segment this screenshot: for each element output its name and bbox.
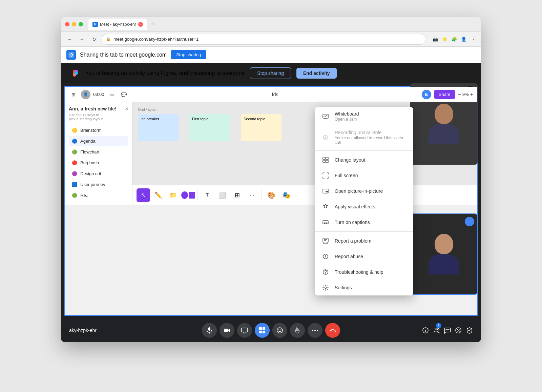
mic-button[interactable] bbox=[202, 323, 217, 338]
layout-item-brainstorm[interactable]: 🟡 Brainstorm bbox=[69, 125, 128, 135]
extensions-toolbar-icon[interactable]: 🧩 bbox=[451, 36, 458, 43]
new-tab-button[interactable]: + bbox=[148, 20, 158, 29]
menu-item-report-problem[interactable]: Report a problem bbox=[315, 233, 413, 249]
menu-item-report-abuse[interactable]: Report abuse bbox=[315, 249, 413, 264]
flowchart-icon: 🟢 bbox=[71, 149, 78, 155]
zoom-plus[interactable]: + bbox=[470, 91, 473, 98]
figma-bottom-toolbar: ↖ ✏️ 📁 T ⬜ ⊞ ··· bbox=[132, 185, 477, 205]
svg-point-33 bbox=[425, 329, 426, 329]
pip-icon bbox=[322, 187, 329, 195]
change-layout-icon bbox=[322, 156, 329, 164]
sidebar-collapse-icon[interactable]: × bbox=[125, 106, 128, 111]
sharing-stop-button[interactable]: Stop sharing bbox=[171, 50, 206, 59]
chat-button[interactable] bbox=[444, 324, 451, 336]
camera-button[interactable] bbox=[220, 323, 234, 338]
svg-rect-21 bbox=[242, 328, 248, 332]
more-tools[interactable]: ··· bbox=[245, 188, 259, 202]
recording-label: Recording unavailable bbox=[335, 130, 406, 135]
figma-user-button[interactable]: E bbox=[422, 90, 431, 99]
activities-right-button[interactable] bbox=[455, 324, 462, 336]
back-button[interactable]: ← bbox=[65, 35, 75, 44]
figma-layout-tool[interactable]: ▭ bbox=[107, 90, 117, 99]
table-tool[interactable]: ⊞ bbox=[230, 188, 244, 202]
menu-item-whiteboard[interactable]: Whiteboard Open a Jam bbox=[315, 107, 413, 126]
menu-item-change-layout[interactable]: Change layout bbox=[315, 152, 413, 168]
layout-item-re[interactable]: 🟢 Re... bbox=[69, 190, 128, 200]
camera-toolbar-icon[interactable]: 📷 bbox=[432, 36, 439, 43]
menu-divider-2 bbox=[315, 231, 413, 232]
menu-item-settings[interactable]: Settings bbox=[315, 280, 413, 295]
menu-toolbar-icon[interactable]: ⋮ bbox=[470, 36, 477, 43]
svg-point-26 bbox=[277, 328, 283, 333]
svg-point-15 bbox=[325, 257, 326, 258]
meet-content: You're hosting an activity using Figma, … bbox=[61, 63, 481, 342]
layout-item-bugbash[interactable]: 🔴 Bug bash bbox=[69, 158, 128, 168]
layout-item-agenda[interactable]: 🔵 Agenda bbox=[69, 136, 128, 146]
activity-text: You're hosting an activity using Figma, … bbox=[85, 70, 245, 76]
pip-label: Open picture-in-picture bbox=[335, 188, 383, 194]
meet-room-name: aky-hzpk-ehr bbox=[69, 328, 120, 333]
browser-window: M Meet - aky-hzpk-ehr × + ← → ↻ 🔒 meet.g… bbox=[61, 17, 481, 342]
designcrit-label: Design crit bbox=[80, 171, 101, 176]
activities-button[interactable] bbox=[255, 323, 270, 338]
figma-zoom-controls: − 9% + bbox=[458, 91, 473, 98]
bookmark-toolbar-icon[interactable]: ⭐ bbox=[441, 36, 449, 43]
figma-grid-tool[interactable]: ⊞ bbox=[69, 90, 78, 99]
layout-item-userjourney[interactable]: 🟦 User journey bbox=[69, 179, 128, 189]
agenda-label: Agenda bbox=[80, 139, 96, 144]
frame-tool[interactable]: ⬜ bbox=[215, 188, 229, 202]
text-tool[interactable]: T bbox=[201, 188, 214, 202]
sticky-firsttopic[interactable]: First topic bbox=[189, 114, 230, 141]
close-traffic-light[interactable] bbox=[65, 22, 69, 26]
sharing-bar-text: Sharing this tab to meet.google.com bbox=[80, 52, 167, 58]
sticker-tool[interactable]: 🎨 bbox=[265, 188, 278, 202]
sharing-bar-icon bbox=[66, 50, 76, 60]
svg-point-29 bbox=[312, 330, 313, 331]
cursor-tool[interactable]: ↖ bbox=[137, 188, 150, 202]
whiteboard-icon bbox=[322, 113, 329, 120]
end-activity-button[interactable]: End activity bbox=[296, 68, 337, 79]
layout-item-flowchart[interactable]: 🟢 Flowchart bbox=[69, 147, 128, 157]
end-call-button[interactable] bbox=[325, 323, 340, 338]
color-tools[interactable] bbox=[181, 188, 195, 202]
present-button[interactable] bbox=[237, 323, 252, 338]
menu-item-troubleshooting[interactable]: Troubleshooting & help bbox=[315, 264, 413, 280]
zoom-minus[interactable]: − bbox=[458, 91, 461, 98]
address-bar[interactable]: 🔒 meet.google.com/aky-hzpk-ehr?authuser=… bbox=[102, 34, 426, 45]
person-body-top bbox=[429, 124, 459, 144]
layout-item-designcrit[interactable]: 🟣 Design crit bbox=[69, 168, 128, 179]
figma-share-button[interactable]: Share bbox=[434, 90, 455, 99]
report-abuse-icon bbox=[322, 253, 329, 260]
figma-comment-tool[interactable]: 💬 bbox=[119, 90, 129, 99]
sticky-icebreaker[interactable]: Ice breaker bbox=[138, 114, 179, 141]
menu-item-captions[interactable]: Turn on captions bbox=[315, 214, 413, 230]
maximize-traffic-light[interactable] bbox=[79, 22, 83, 26]
menu-item-full-screen[interactable]: Full screen bbox=[315, 168, 413, 183]
video-more-button[interactable]: ⋯ bbox=[465, 217, 474, 226]
tab-close-button[interactable]: × bbox=[138, 22, 143, 27]
sticky-secondtopic[interactable]: Second topic bbox=[241, 114, 282, 141]
activity-bar: You're hosting an activity using Figma, … bbox=[61, 63, 481, 83]
svg-rect-11 bbox=[326, 191, 328, 192]
change-layout-label: Change layout bbox=[335, 157, 365, 163]
people-button[interactable]: 3 bbox=[433, 324, 440, 336]
safety-button[interactable] bbox=[466, 324, 473, 336]
active-tab[interactable]: M Meet - aky-hzpk-ehr × bbox=[88, 19, 147, 30]
forward-button[interactable]: → bbox=[77, 35, 87, 44]
browser-toolbar-icons: 📷 ⭐ 🧩 👤 ⋮ bbox=[432, 36, 477, 43]
raise-hand-button[interactable] bbox=[290, 323, 305, 338]
emoji-button[interactable] bbox=[272, 323, 287, 338]
figma-sidebar-header: Ann, a fresh new file! × bbox=[69, 106, 128, 111]
menu-item-visual-effects[interactable]: Apply visual effects bbox=[315, 199, 413, 214]
refresh-button[interactable]: ↻ bbox=[89, 35, 99, 44]
minimize-traffic-light[interactable] bbox=[72, 22, 76, 26]
info-button[interactable] bbox=[422, 324, 429, 336]
shapes-tool[interactable]: 📁 bbox=[166, 188, 180, 202]
menu-item-pip[interactable]: Open picture-in-picture bbox=[315, 183, 413, 199]
figma-sidebar: Ann, a fresh new file! × Use the ↑↓ keys… bbox=[65, 102, 132, 205]
profile-toolbar-icon[interactable]: 👤 bbox=[460, 36, 467, 43]
emoji-tool[interactable]: 🎭 bbox=[279, 188, 293, 202]
pen-tool[interactable]: ✏️ bbox=[151, 188, 165, 202]
stop-sharing-button[interactable]: Stop sharing bbox=[250, 67, 291, 79]
more-options-button[interactable] bbox=[308, 323, 322, 338]
